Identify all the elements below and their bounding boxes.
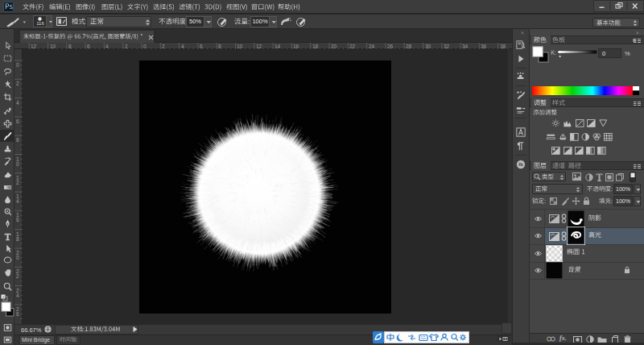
svg-text:fb: fb — [518, 162, 523, 167]
